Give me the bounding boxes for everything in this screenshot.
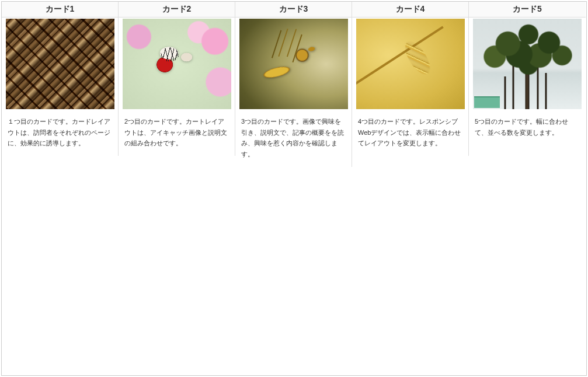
card-image-seadragon [239, 19, 348, 109]
card-1[interactable]: カード1 １つ目のカードです。カードレイアウトは、訪問者をそれぞれのページに、効… [2, 2, 119, 156]
card-title: カード1 [2, 2, 118, 18]
card-title: カード2 [119, 2, 235, 18]
card-3[interactable]: カード3 3つ目のカードです。画像で興味を引き、説明文で、記事の概要をを読み、興… [235, 2, 352, 167]
card-image-pine-tree [473, 19, 582, 109]
card-description: 3つ目のカードです。画像で興味を引き、説明文で、記事の概要をを読み、興味を惹く内… [235, 109, 352, 167]
card-image-wheat [356, 19, 465, 109]
card-image-butterfly [123, 19, 231, 109]
card-description: 2つ目のカードです。カートレイアウトは、アイキャッチ画像と説明文の組み合わせです… [119, 109, 235, 156]
card-2[interactable]: カード2 2つ目のカードです。カートレイアウトは、アイキャッチ画像と説明文の組み… [119, 2, 235, 156]
card-description: 5つ目のカードです。幅に合わせて、並べる数を変更します。 [469, 109, 586, 145]
card-title: カード3 [235, 2, 352, 18]
card-4[interactable]: カード4 4つ目のカードです。レスポンシブWebデザインでは、表示幅に合わせてレ… [352, 2, 469, 156]
card-title: カード4 [352, 2, 468, 18]
card-grid: カード1 １つ目のカードです。カードレイアウトは、訪問者をそれぞれのページに、効… [1, 1, 587, 376]
card-description: 4つ目のカードです。レスポンシブWebデザインでは、表示幅に合わせてレイアウトを… [352, 109, 468, 156]
card-5[interactable]: カード5 5つ目のカードです。幅に合わせて、並べる数を変更します。 [469, 2, 586, 145]
card-description: １つ目のカードです。カードレイアウトは、訪問者をそれぞれのページに、効果的に誘導… [2, 109, 118, 156]
card-title: カード5 [469, 2, 586, 18]
card-image-woven-rope [6, 19, 114, 109]
